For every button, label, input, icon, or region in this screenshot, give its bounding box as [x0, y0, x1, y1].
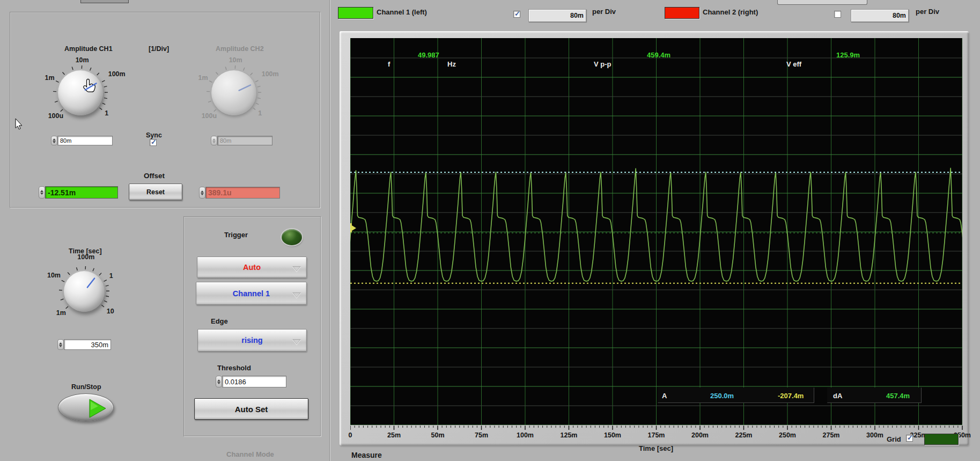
- grid-checkbox[interactable]: [906, 435, 913, 442]
- play-icon: [58, 394, 114, 422]
- dropdown-arrow-icon: [292, 292, 301, 298]
- run-stop-button[interactable]: [58, 393, 114, 421]
- measure-section-label: Measure: [351, 451, 382, 459]
- mouse-arrow-cursor: [15, 119, 24, 130]
- trigger-edge-dropdown[interactable]: rising: [197, 329, 307, 352]
- run-stop-label: Run/Stop: [71, 383, 101, 391]
- channel2-color-swatch[interactable]: [665, 7, 699, 19]
- x-tick-label: 125m: [561, 431, 578, 439]
- edge-label: Edge: [211, 318, 228, 326]
- cursor-a-level: -207.4m: [778, 392, 804, 400]
- amplitude-ch2-knob[interactable]: [211, 70, 256, 115]
- waveform-plot: [350, 38, 962, 425]
- time-knob-scale-label: 100m: [77, 253, 94, 261]
- partial-button-top-right[interactable]: [777, 0, 867, 5]
- trigger-mode-dropdown[interactable]: Auto: [197, 257, 307, 278]
- offset-ch1-indicator: -12.51m: [45, 186, 118, 199]
- per-div-unit-label: [1/Div]: [149, 45, 169, 53]
- time-spinner[interactable]: [57, 339, 64, 350]
- trigger-source-dropdown[interactable]: Channel 1: [196, 282, 307, 305]
- vpp-label: V p-p: [594, 60, 611, 68]
- threshold-label: Threshold: [217, 364, 251, 372]
- panel-divider: [329, 0, 330, 461]
- channel2-perdiv-label: per Div: [916, 8, 939, 16]
- amplitude-ch2-knob-scale-label: 10m: [229, 56, 242, 64]
- labview-scope-app: Amplitude CH1 [1/Div] Amplitude CH2 80m …: [0, 0, 980, 461]
- amplitude-ch1-knob-scale-label: 100u: [48, 112, 64, 120]
- x-tick-label: 300m: [866, 431, 883, 439]
- ch2-amplitude-input[interactable]: 80m: [217, 136, 272, 145]
- ch1-amplitude-spinner[interactable]: [51, 136, 57, 145]
- offset-ch2-indicator: 389.1u: [205, 187, 280, 199]
- x-tick-label: 250m: [779, 431, 796, 439]
- vpp-value: 459.4m: [647, 51, 670, 59]
- ch1-amplitude-input[interactable]: 80m: [57, 136, 113, 145]
- veff-label: V eff: [786, 60, 801, 68]
- x-tick-label: 200m: [691, 431, 709, 439]
- x-tick-label: 75m: [475, 431, 488, 439]
- grid-color-box[interactable]: [924, 434, 959, 445]
- trigger-edge-value: rising: [241, 336, 262, 345]
- channel2-legend-label: Channel 2 (right): [703, 9, 758, 17]
- x-tick-label: 150m: [604, 431, 621, 439]
- x-axis-ticks: [350, 426, 964, 431]
- x-axis-title: Time [sec]: [639, 445, 673, 453]
- trigger-source-value: Channel 1: [233, 289, 270, 298]
- channel2-perdiv-input[interactable]: 80m: [851, 9, 909, 22]
- sync-checkbox[interactable]: [150, 139, 157, 146]
- channel1-legend-label: Channel 1 (left): [377, 9, 427, 17]
- amplitude-ch1-knob-scale-label: 1m: [45, 74, 54, 82]
- time-knob-scale-label: 10: [107, 308, 114, 315]
- cursor-a-time: 250.0m: [710, 392, 734, 400]
- x-tick-label: 175m: [648, 431, 665, 439]
- channel1-perdiv-input[interactable]: 80m: [528, 9, 586, 22]
- offset-ch2-spinner[interactable]: [199, 187, 205, 199]
- x-tick-label: 50m: [431, 431, 444, 439]
- channel1-perdiv-label: per Div: [592, 8, 616, 16]
- amplitude-ch2-knob-scale-label: 100m: [262, 70, 279, 78]
- time-knob-scale-label: 1: [109, 272, 113, 280]
- freq-value: 49.987: [418, 51, 439, 59]
- amplitude-ch1-knob-scale-label: 1: [105, 109, 108, 117]
- generator-panel: [10, 12, 320, 208]
- dropdown-arrow-icon: [292, 266, 301, 272]
- channel1-color-swatch[interactable]: [338, 7, 373, 19]
- dropdown-arrow-icon: [292, 339, 301, 345]
- x-tick-label: 225m: [735, 431, 753, 439]
- cursor-a-label: A: [662, 392, 667, 400]
- trigger-led: [282, 229, 302, 245]
- cursor-da-value: 457.4m: [886, 392, 910, 400]
- time-input[interactable]: 350m: [64, 339, 111, 350]
- partial-button-top-left[interactable]: [80, 0, 129, 3]
- reset-button[interactable]: Reset: [129, 184, 182, 200]
- channel2-perdiv-checkbox[interactable]: [834, 11, 841, 18]
- freq-unit: Hz: [447, 60, 456, 68]
- trigger-mode-value: Auto: [243, 263, 261, 272]
- grid-toggle-label: Grid: [887, 436, 901, 444]
- amplitude-ch2-knob-scale-label: 1: [258, 109, 262, 117]
- offset-ch1-spinner[interactable]: [39, 186, 45, 199]
- amplitude-ch2-label: Amplitude CH2: [216, 45, 264, 53]
- channel-mode-label: Channel Mode: [226, 451, 274, 459]
- x-tick-label: 0: [349, 431, 352, 439]
- trigger-label: Trigger: [224, 231, 248, 239]
- scope-plot-area[interactable]: [350, 38, 962, 425]
- x-tick-label: 100m: [517, 431, 534, 439]
- amplitude-ch2-knob-scale-label: 1m: [198, 74, 208, 82]
- threshold-spinner[interactable]: [216, 376, 222, 387]
- veff-value: 125.9m: [836, 51, 860, 59]
- time-knob-scale-label: 10m: [47, 272, 61, 279]
- time-knob[interactable]: [64, 271, 105, 312]
- ch2-amplitude-spinner[interactable]: [211, 136, 217, 145]
- x-tick-label: 275m: [823, 431, 840, 439]
- time-knob-scale-label: 1m: [56, 309, 66, 317]
- x-tick-label: 25m: [387, 431, 401, 439]
- mouse-hand-cursor: [82, 78, 98, 94]
- threshold-input[interactable]: 0.0186: [222, 376, 286, 387]
- freq-label: f: [388, 60, 390, 68]
- auto-set-button[interactable]: Auto Set: [194, 398, 308, 420]
- trigger-level-marker: [350, 223, 356, 232]
- amplitude-ch2-knob-scale-label: 100u: [202, 112, 217, 120]
- channel1-perdiv-checkbox[interactable]: [513, 11, 520, 18]
- offset-label: Offset: [144, 172, 165, 180]
